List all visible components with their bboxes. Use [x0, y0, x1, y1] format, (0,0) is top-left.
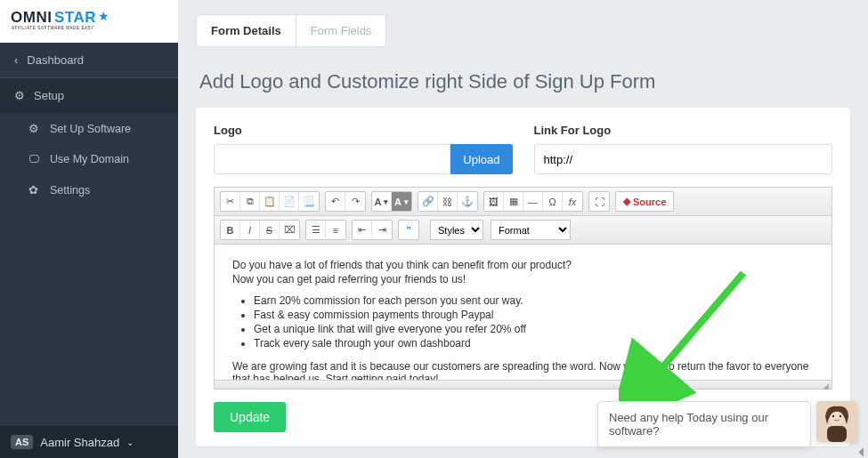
chat-widget[interactable]: Need any help Today using our software?: [597, 401, 857, 447]
svg-text:STAR: STAR: [54, 9, 96, 26]
format-select[interactable]: Format: [491, 220, 571, 240]
editor-content[interactable]: Do you have a lot of friends that you th…: [215, 245, 831, 380]
update-button[interactable]: Update: [214, 402, 286, 432]
chat-avatar[interactable]: [816, 401, 857, 442]
nav-settings[interactable]: ✿ Settings: [0, 174, 178, 205]
form-card: Logo Upload Link For Logo ✂⧉📋📄📃 ↶↷ AA: [196, 108, 850, 446]
upload-button[interactable]: Upload: [450, 144, 512, 174]
copy-icon[interactable]: ⧉: [240, 192, 260, 211]
editor-resize-handle[interactable]: [215, 380, 831, 389]
nav-use-domain[interactable]: 🖵 Use My Domain: [0, 144, 178, 174]
paste-icon[interactable]: 📋: [260, 192, 280, 211]
nav-label: Dashboard: [27, 53, 84, 67]
editor-line: Now you can get paid referring your frie…: [232, 273, 814, 285]
monitor-icon: 🖵: [28, 153, 41, 165]
rich-text-editor: ✂⧉📋📄📃 ↶↷ AA 🔗⛓⚓ 🖼▦—Ωfx ⛶ ◆ Source BIS⌧ ☰…: [214, 187, 832, 390]
nav-setup-software[interactable]: ⚙ Set Up Software: [0, 113, 178, 144]
undo-icon[interactable]: ↶: [326, 192, 345, 211]
special-char-icon[interactable]: Ω: [543, 192, 563, 211]
number-list-icon[interactable]: ≡: [326, 221, 345, 239]
editor-line: Do you have a lot of friends that you th…: [232, 259, 814, 271]
user-menu[interactable]: AS Aamir Shahzad ⌄: [0, 426, 178, 458]
list-item: Get a unique link that will give everyon…: [254, 323, 814, 335]
logo-field: Logo Upload: [214, 124, 513, 174]
list-item: Track every sale through your own dashbo…: [254, 337, 814, 350]
indent-icon[interactable]: ⇥: [372, 221, 392, 239]
editor-line: We are growing fast and it is because ou…: [232, 360, 814, 380]
sliders-icon: ⚙: [14, 89, 25, 102]
paste-text-icon[interactable]: 📄: [280, 192, 299, 211]
formula-icon[interactable]: fx: [563, 192, 582, 211]
svg-text:OMNI: OMNI: [11, 9, 52, 26]
link-label: Link For Logo: [534, 124, 833, 137]
main-content: Form Details Form Fields Add Logo and Cu…: [178, 0, 868, 458]
bold-icon[interactable]: B: [221, 221, 240, 239]
nav-dashboard[interactable]: ‹ Dashboard: [0, 43, 178, 78]
editor-toolbar-2: BIS⌧ ☰≡ ⇤⇥ ” Styles Format: [215, 216, 831, 245]
hr-icon[interactable]: —: [523, 192, 543, 211]
chevron-left-icon: ‹: [14, 53, 18, 67]
svg-text:★: ★: [98, 9, 110, 23]
strike-icon[interactable]: S: [260, 221, 280, 239]
editor-toolbar-1: ✂⧉📋📄📃 ↶↷ AA 🔗⛓⚓ 🖼▦—Ωfx ⛶ ◆ Source: [215, 188, 831, 216]
list-item: Fast & easy commission payments through …: [254, 309, 814, 321]
link-icon[interactable]: 🔗: [418, 192, 438, 211]
tab-form-details[interactable]: Form Details: [197, 15, 296, 46]
table-icon[interactable]: ▦: [504, 192, 523, 211]
chevron-down-icon: ⌄: [126, 438, 134, 447]
list-item: Earn 20% commission for each person you …: [254, 294, 814, 307]
nav-label: Use My Domain: [50, 153, 129, 165]
remove-format-icon[interactable]: ⌧: [280, 221, 299, 239]
text-color-icon[interactable]: A: [372, 192, 392, 211]
svg-point-8: [840, 415, 841, 417]
editor-bullets: Earn 20% commission for each person you …: [254, 294, 814, 350]
nav-label: Setup: [34, 89, 64, 102]
nav-label: Set Up Software: [50, 123, 131, 135]
cut-icon[interactable]: ✂: [221, 192, 240, 211]
tab-form-fields[interactable]: Form Fields: [296, 15, 386, 46]
styles-select[interactable]: Styles: [430, 220, 483, 240]
logo-label: Logo: [214, 124, 513, 137]
svg-rect-9: [827, 426, 847, 442]
brand-logo: OMNI STAR ★ AFFILIATE SOFTWARE MADE EASY: [0, 0, 178, 43]
user-initials: AS: [11, 435, 33, 449]
redo-icon[interactable]: ↷: [345, 192, 365, 211]
bg-color-icon[interactable]: A: [392, 192, 411, 211]
anchor-icon[interactable]: ⚓: [458, 192, 477, 211]
chat-text: Need any help Today using our software?: [609, 411, 768, 438]
cogs-icon: ⚙: [28, 122, 41, 135]
tabs: Form Details Form Fields: [196, 14, 386, 47]
maximize-icon[interactable]: ⛶: [589, 192, 609, 211]
sidebar: OMNI STAR ★ AFFILIATE SOFTWARE MADE EASY…: [0, 0, 178, 458]
nav-label: Settings: [50, 184, 90, 197]
link-field: Link For Logo: [534, 124, 833, 174]
chat-bubble[interactable]: Need any help Today using our software?: [597, 401, 811, 447]
outdent-icon[interactable]: ⇤: [353, 221, 372, 239]
link-input[interactable]: [534, 144, 833, 174]
image-icon[interactable]: 🖼: [484, 192, 504, 211]
page-title: Add Logo and Customize right Side of Sig…: [199, 70, 847, 93]
gear-icon: ✿: [28, 183, 41, 197]
nav-setup[interactable]: ⚙ Setup: [0, 78, 178, 113]
paste-word-icon[interactable]: 📃: [299, 192, 319, 211]
blockquote-icon[interactable]: ”: [399, 221, 418, 239]
user-name: Aamir Shahzad: [40, 436, 119, 449]
unlink-icon[interactable]: ⛓: [438, 192, 458, 211]
svg-text:AFFILIATE SOFTWARE MADE EASY: AFFILIATE SOFTWARE MADE EASY: [12, 26, 94, 30]
logo-input[interactable]: [214, 144, 450, 174]
svg-point-7: [832, 415, 834, 417]
italic-icon[interactable]: I: [240, 221, 260, 239]
bullet-list-icon[interactable]: ☰: [306, 221, 326, 239]
source-button[interactable]: ◆ Source: [616, 192, 673, 211]
omnistar-logo-icon: OMNI STAR ★ AFFILIATE SOFTWARE MADE EASY: [11, 8, 162, 35]
